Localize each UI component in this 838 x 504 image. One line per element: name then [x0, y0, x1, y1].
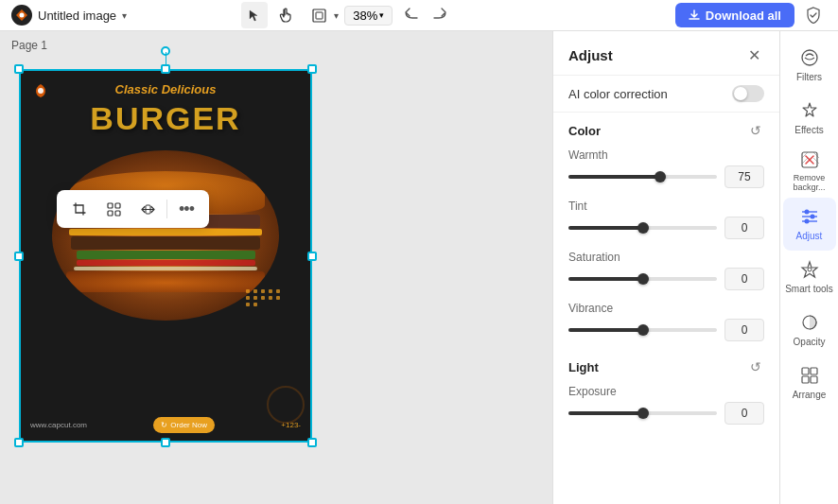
cursor-tool-button[interactable]: [241, 2, 268, 28]
exposure-control: 0: [568, 402, 764, 425]
floating-toolbar: •••: [57, 190, 209, 228]
shield-button[interactable]: [800, 2, 827, 28]
burger-dots: [246, 289, 281, 306]
title-chevron-icon[interactable]: ▾: [122, 10, 127, 21]
cheese: [69, 229, 262, 235]
vibrance-thumb[interactable]: [637, 324, 649, 336]
burger-footer: www.capcut.com ↻ Order Now +123-: [19, 417, 312, 433]
order-button: ↻ Order Now: [153, 417, 215, 433]
rotate-handle[interactable]: [161, 46, 170, 56]
download-all-button[interactable]: Download all: [675, 3, 794, 27]
panel-close-button[interactable]: ✕: [743, 44, 764, 65]
adjust-icon: [800, 207, 819, 229]
warmth-thumb[interactable]: [655, 171, 666, 182]
vibrance-track[interactable]: [568, 328, 717, 332]
float-divider: [166, 200, 167, 218]
warmth-slider-row: Warmth 75: [553, 145, 779, 196]
document-title: Untitled image: [38, 9, 116, 23]
vibrance-label: Vibrance: [568, 302, 764, 315]
sidebar-item-smart-tools[interactable]: Smart tools: [783, 251, 836, 304]
burger-main-title: BURGER: [90, 100, 240, 137]
saturation-track[interactable]: [568, 277, 717, 281]
warmth-track[interactable]: [568, 175, 717, 179]
sidebar-item-opacity[interactable]: Opacity: [783, 304, 836, 356]
exposure-fill: [568, 411, 643, 415]
hand-tool-button[interactable]: [273, 2, 300, 28]
more-button[interactable]: •••: [171, 194, 201, 224]
svg-point-14: [810, 215, 814, 219]
sidebar-item-effects[interactable]: Effects: [783, 92, 836, 145]
patty-2: [71, 236, 260, 250]
svg-rect-1: [313, 9, 325, 22]
svg-rect-6: [108, 211, 113, 216]
svg-rect-7: [115, 211, 120, 216]
order-label: Order Now: [170, 421, 207, 429]
exposure-slider-row: Exposure 0: [553, 381, 779, 432]
flip-button[interactable]: [132, 194, 163, 224]
download-label: Download all: [706, 9, 781, 23]
filters-icon: [800, 48, 819, 70]
saturation-value[interactable]: 0: [725, 268, 764, 290]
tint-slider-row: Tint 0: [553, 196, 779, 247]
zoom-control[interactable]: 38% ▾: [344, 6, 393, 26]
exposure-thumb[interactable]: [637, 408, 649, 419]
sidebar-item-remove-bg[interactable]: Removebackgr...: [783, 145, 836, 198]
sidebar-item-adjust[interactable]: Adjust: [783, 198, 836, 251]
color-reset-button[interactable]: ↺: [747, 122, 764, 139]
warmth-value[interactable]: 75: [725, 165, 764, 188]
burger-website: www.capcut.com: [30, 421, 87, 429]
light-reset-button[interactable]: ↺: [747, 358, 764, 375]
light-section-label: Light: [568, 360, 599, 374]
svg-point-0: [20, 13, 25, 18]
adjust-label: Adjust: [796, 231, 823, 241]
warmth-fill: [568, 175, 660, 179]
frame-chevron-icon[interactable]: ▾: [334, 10, 339, 21]
saturation-thumb[interactable]: [637, 273, 649, 285]
burger-subtitle: Classic Delicious: [115, 82, 217, 96]
warmth-control: 75: [568, 165, 764, 188]
warmth-label: Warmth: [568, 148, 764, 162]
redo-button[interactable]: [427, 2, 453, 28]
exposure-track[interactable]: [568, 411, 717, 415]
light-section-header: Light ↺: [553, 349, 779, 381]
svg-rect-2: [316, 12, 323, 19]
color-section-label: Color: [568, 124, 601, 138]
frame-tool-button[interactable]: [306, 2, 332, 28]
smart-tools-icon: [800, 260, 819, 282]
grid-button[interactable]: [98, 194, 129, 224]
canvas-area[interactable]: Page 1 Classic Delicious BURGER: [0, 31, 552, 504]
burger-card-inner: Classic Delicious BURGER: [19, 69, 312, 443]
zoom-chevron-icon: ▾: [379, 10, 384, 20]
tint-track[interactable]: [568, 226, 717, 230]
app-logo: [11, 5, 32, 26]
remove-bg-label: Removebackgr...: [793, 174, 825, 193]
tint-label: Tint: [568, 200, 764, 213]
tint-thumb[interactable]: [637, 222, 649, 234]
sidebar-item-arrange[interactable]: Arrange: [783, 356, 836, 409]
right-sidebar: Filters Effects Removebackgr...: [779, 31, 838, 504]
exposure-value[interactable]: 0: [725, 402, 764, 425]
lettuce: [77, 251, 255, 259]
effects-label: Effects: [794, 125, 823, 135]
undo-button[interactable]: [398, 2, 425, 28]
svg-point-17: [808, 268, 812, 271]
burger-card: Classic Delicious BURGER: [19, 69, 312, 443]
color-section-header: Color ↺: [553, 113, 779, 145]
crop-button[interactable]: [64, 194, 95, 224]
toggle-knob: [734, 87, 747, 100]
svg-rect-21: [802, 376, 809, 383]
ai-correction-toggle[interactable]: [732, 85, 764, 102]
tint-value[interactable]: 0: [725, 217, 764, 239]
svg-rect-4: [108, 203, 113, 208]
bun-bottom: [66, 271, 265, 292]
saturation-control: 0: [568, 268, 764, 290]
exposure-label: Exposure: [568, 385, 764, 398]
rotate-line: [166, 52, 166, 65]
vibrance-value[interactable]: 0: [725, 319, 764, 341]
sidebar-item-filters[interactable]: Filters: [783, 39, 836, 92]
svg-rect-22: [811, 376, 817, 383]
svg-rect-5: [115, 203, 120, 208]
smart-tools-label: Smart tools: [785, 284, 833, 294]
svg-rect-20: [811, 368, 817, 374]
burger-phone: +123-: [281, 421, 301, 429]
